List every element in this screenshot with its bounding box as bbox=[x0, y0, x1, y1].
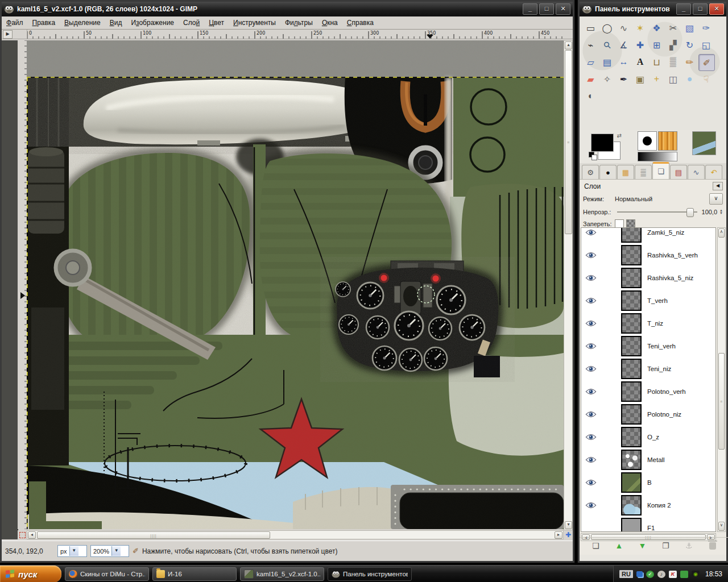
layer-thumbnail[interactable] bbox=[621, 518, 642, 532]
layer-visibility-toggle[interactable] bbox=[581, 434, 601, 440]
layer-visibility-toggle[interactable] bbox=[581, 411, 601, 418]
layer-row[interactable]: Metall bbox=[581, 448, 715, 471]
layer-thumbnail[interactable] bbox=[621, 245, 642, 265]
security-shield-icon[interactable]: ✓ bbox=[646, 571, 654, 578]
new-layer-button[interactable]: ❏ bbox=[588, 539, 605, 552]
menu-окна[interactable]: Окна bbox=[317, 18, 342, 28]
foreground-color-swatch[interactable] bbox=[591, 134, 614, 152]
tool-fuzzy-select[interactable]: ✶ bbox=[632, 20, 648, 36]
layer-row[interactable]: Rashivka_5_niz bbox=[581, 267, 715, 289]
tool-gradient[interactable]: ▒ bbox=[665, 54, 681, 70]
layer-row[interactable]: Teni_verh bbox=[581, 335, 715, 357]
layer-thumbnail[interactable] bbox=[621, 404, 642, 425]
tool-perspective-clone[interactable]: ◫ bbox=[665, 71, 681, 87]
tool-dodge-burn[interactable]: ◐ bbox=[583, 88, 598, 104]
maximize-button[interactable]: □ bbox=[539, 3, 554, 15]
menu-файл[interactable]: Файл bbox=[2, 18, 28, 28]
layers-list[interactable]: Zamki_5_nizRashivka_5_verhRashivka_5_niz… bbox=[581, 227, 716, 532]
toolbox-maximize-button[interactable]: □ bbox=[693, 3, 708, 15]
tool-blur[interactable]: ● bbox=[682, 71, 697, 87]
dock-tab-brushes[interactable]: ● bbox=[599, 165, 617, 179]
nvidia-icon[interactable]: ◉ bbox=[692, 571, 700, 578]
dock-tab-paths-dialog[interactable]: ∿ bbox=[688, 165, 705, 179]
layer-thumbnail[interactable] bbox=[621, 495, 642, 516]
dock-tab-gradients[interactable]: ▒ bbox=[635, 165, 652, 179]
scroll-left-button[interactable]: ◂ bbox=[28, 531, 36, 539]
layer-thumbnail[interactable] bbox=[621, 450, 642, 470]
menu-справка[interactable]: Справка bbox=[342, 18, 378, 28]
opacity-slider[interactable] bbox=[617, 208, 697, 216]
taskbar-item-4[interactable]: Панель инструментов bbox=[328, 567, 412, 581]
canvas-vscrollbar[interactable]: ▴ ≡ ▾ bbox=[564, 40, 573, 530]
tool-eraser[interactable]: ▰ bbox=[583, 71, 598, 87]
scroll-up-button[interactable]: ▴ bbox=[565, 41, 572, 49]
canvas-hscrollbar[interactable]: ◂ |||| ▸ bbox=[27, 530, 564, 539]
tool-rect-select[interactable]: ▭ bbox=[583, 20, 598, 36]
layer-visibility-toggle[interactable] bbox=[581, 502, 601, 509]
network-icon[interactable] bbox=[636, 571, 643, 577]
scroll-down-button[interactable]: ▾ bbox=[565, 521, 572, 529]
layer-thumbnail[interactable] bbox=[621, 290, 642, 311]
tool-airbrush[interactable]: ✧ bbox=[599, 71, 615, 87]
layer-visibility-toggle[interactable] bbox=[581, 479, 601, 486]
language-indicator[interactable]: RU bbox=[619, 570, 633, 578]
layer-thumbnail[interactable] bbox=[621, 313, 642, 334]
tool-color-picker[interactable]: ⌁ bbox=[583, 37, 598, 53]
opacity-slider-handle[interactable] bbox=[686, 208, 694, 217]
active-brush-preview[interactable] bbox=[638, 131, 657, 151]
menu-слой[interactable]: Слой bbox=[179, 18, 204, 28]
tool-clone[interactable]: ▣ bbox=[632, 71, 648, 87]
tool-crop[interactable]: ▞ bbox=[665, 37, 681, 53]
taskbar-item-2[interactable]: И-16 bbox=[152, 567, 237, 581]
tool-rotate[interactable]: ↻ bbox=[682, 37, 697, 53]
anchor-layer-button[interactable]: ⚓ bbox=[681, 539, 698, 552]
layer-row[interactable]: T_verh bbox=[581, 289, 715, 312]
active-pattern-preview[interactable] bbox=[658, 131, 677, 151]
layer-row[interactable]: Teni_niz bbox=[581, 357, 715, 380]
menu-выделение[interactable]: Выделение bbox=[60, 18, 105, 28]
close-button[interactable]: ✕ bbox=[556, 3, 570, 15]
layer-row[interactable]: O_z bbox=[581, 426, 715, 448]
layers-scroll-down[interactable]: ∨ bbox=[718, 522, 725, 531]
mode-value[interactable]: Нормальный bbox=[615, 196, 707, 202]
tool-ellipse-select[interactable]: ◯ bbox=[599, 20, 615, 36]
layer-row[interactable]: Zamki_5_niz bbox=[581, 227, 715, 244]
tool-measure[interactable]: ∡ bbox=[616, 37, 631, 53]
swap-colors-icon[interactable]: ⇄ bbox=[617, 132, 622, 139]
layer-row[interactable]: F1 bbox=[581, 517, 715, 532]
layer-thumbnail[interactable] bbox=[621, 227, 642, 243]
tool-pencil[interactable]: ✏ bbox=[682, 54, 697, 70]
fg-bg-color-area[interactable]: ⇄ bbox=[589, 132, 623, 160]
layer-thumbnail[interactable] bbox=[621, 472, 642, 493]
hscroll-thumb[interactable]: |||| bbox=[37, 531, 270, 539]
tool-smudge[interactable]: ☟ bbox=[698, 71, 714, 87]
toolbox-minimize-button[interactable]: _ bbox=[676, 3, 691, 15]
tool-shear[interactable]: ▱ bbox=[583, 54, 598, 70]
layer-visibility-toggle[interactable] bbox=[581, 320, 601, 327]
layer-visibility-toggle[interactable] bbox=[581, 365, 601, 372]
navigation-preview-button[interactable]: ✚ bbox=[564, 530, 573, 539]
opacity-spinner[interactable]: ▲▼ bbox=[719, 209, 723, 215]
kaspersky-icon[interactable]: K bbox=[669, 571, 677, 578]
duplicate-layer-button[interactable]: ❐ bbox=[657, 539, 675, 552]
tool-perspective[interactable]: ▤ bbox=[599, 54, 615, 70]
layer-thumbnail[interactable] bbox=[621, 427, 642, 447]
canvas-image[interactable] bbox=[27, 40, 564, 529]
unit-select[interactable]: px ▼ bbox=[57, 545, 87, 557]
lower-layer-button[interactable]: ▼ bbox=[634, 539, 651, 552]
toolbox-close-button[interactable]: ✕ bbox=[709, 3, 724, 15]
horizontal-ruler[interactable]: 050100150200250300350400450 bbox=[27, 30, 573, 39]
main-title-bar[interactable]: kamI16_5_v2.xcf-1.0 (RGB, 26 слоев) 1024… bbox=[2, 2, 573, 16]
active-gradient-preview[interactable] bbox=[638, 152, 677, 161]
delete-layer-button[interactable] bbox=[704, 539, 721, 552]
tool-text[interactable]: A bbox=[632, 54, 648, 70]
ruler-corner-button[interactable]: ▶ bbox=[3, 30, 13, 39]
tool-heal[interactable]: + bbox=[649, 71, 664, 87]
layer-row[interactable]: T_niz bbox=[581, 312, 715, 335]
tool-move[interactable]: ✚ bbox=[632, 37, 648, 53]
taskbar-item-1[interactable]: Скины от DiMu - Стр... bbox=[65, 567, 149, 581]
layer-row[interactable]: B bbox=[581, 471, 715, 494]
quick-mask-toggle[interactable] bbox=[18, 530, 27, 539]
vscroll-thumb[interactable]: ≡ bbox=[565, 50, 572, 234]
menu-цвет[interactable]: Цвет bbox=[204, 18, 229, 28]
